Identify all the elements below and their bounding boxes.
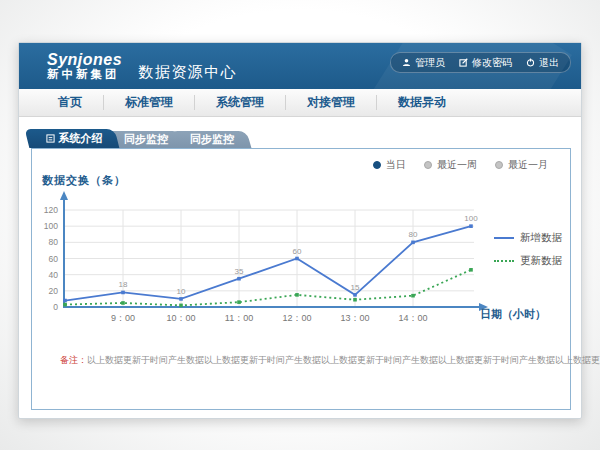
logout-label: 退出 (539, 56, 559, 70)
svg-text:9：00: 9：00 (111, 313, 135, 323)
filter-label: 最近一周 (437, 158, 477, 172)
tab-system-intro[interactable]: 系统介绍 (31, 129, 117, 148)
svg-text:60: 60 (49, 254, 59, 264)
app-header: Synjones 新中新集团 数据资源中心 管理员 修改密码 退出 (19, 43, 581, 89)
legend-label: 更新数据 (520, 254, 562, 268)
document-icon (46, 134, 55, 143)
svg-text:100: 100 (464, 214, 478, 223)
svg-text:0: 0 (53, 302, 58, 312)
svg-text:14：00: 14：00 (398, 313, 427, 323)
footer-note-label: 备注： (60, 355, 87, 365)
tab-sync-monitor-2[interactable]: 同步监控 (175, 131, 249, 148)
content-panel: 当日 最近一周 最近一月 数据交换（条） 0204060801001209：00… (31, 148, 571, 410)
current-user-button[interactable]: 管理员 (402, 56, 445, 70)
radio-icon (495, 161, 503, 169)
y-axis-title: 数据交换（条） (42, 173, 126, 188)
chart-legend: 新增数据 更新数据 (494, 231, 562, 277)
svg-text:20: 20 (49, 286, 59, 296)
nav-item-home[interactable]: 首页 (37, 95, 104, 110)
line-chart: 0204060801001209：0010：0011：0012：0013：001… (32, 189, 502, 339)
main-nav: 首页 标准管理 系统管理 对接管理 数据异动 (19, 89, 581, 117)
svg-text:11：00: 11：00 (225, 313, 253, 323)
tab-label: 同步监控 (124, 132, 168, 147)
legend-item-update-data[interactable]: 更新数据 (494, 254, 562, 268)
change-password-label: 修改密码 (472, 56, 512, 70)
svg-text:120: 120 (44, 205, 58, 215)
brand-logo[interactable]: Synjones 新中新集团 (47, 52, 122, 81)
legend-line-dotted-icon (494, 260, 514, 262)
brand-logo-cn: 新中新集团 (47, 68, 122, 80)
nav-item-standard-mgmt[interactable]: 标准管理 (104, 95, 195, 110)
svg-text:35: 35 (235, 267, 244, 276)
legend-line-solid-icon (494, 237, 514, 239)
x-axis-title: 日期（小时） (480, 307, 546, 322)
svg-text:10：00: 10：00 (166, 313, 195, 323)
current-user-label: 管理员 (415, 56, 445, 70)
footer-note-text: 以上数据更新于时间产生数据以上数据更新于时间产生数据以上数据更新于时间产生数据以… (87, 355, 600, 365)
filter-label: 当日 (386, 158, 406, 172)
tab-label: 同步监控 (190, 132, 234, 147)
radio-icon (373, 161, 381, 169)
footer-note: 备注：以上数据更新于时间产生数据以上数据更新于时间产生数据以上数据更新于时间产生… (60, 354, 600, 367)
nav-item-data-change[interactable]: 数据异动 (377, 95, 467, 110)
tab-label: 系统介绍 (59, 131, 103, 146)
svg-text:12：00: 12：00 (282, 313, 311, 323)
edit-icon (459, 58, 468, 67)
svg-text:60: 60 (293, 247, 302, 256)
tab-sync-monitor-1[interactable]: 同步监控 (109, 131, 183, 148)
app-window: Synjones 新中新集团 数据资源中心 管理员 修改密码 退出 (18, 42, 582, 419)
power-icon (526, 58, 535, 67)
svg-text:80: 80 (409, 230, 418, 239)
user-menu: 管理员 修改密码 退出 (390, 52, 571, 73)
radio-icon (424, 161, 432, 169)
range-filter-group: 当日 最近一周 最近一月 (373, 158, 548, 172)
nav-item-integration-mgmt[interactable]: 对接管理 (286, 95, 377, 110)
filter-last-week[interactable]: 最近一周 (424, 158, 477, 172)
legend-item-new-data[interactable]: 新增数据 (494, 231, 562, 245)
filter-today[interactable]: 当日 (373, 158, 406, 172)
brand-logo-wordmark: Synjones (47, 52, 122, 69)
logout-button[interactable]: 退出 (526, 56, 559, 70)
filter-label: 最近一月 (508, 158, 548, 172)
svg-text:10: 10 (177, 287, 186, 296)
legend-label: 新增数据 (520, 231, 562, 245)
svg-text:13：00: 13：00 (340, 313, 369, 323)
svg-text:80: 80 (49, 237, 59, 247)
svg-text:18: 18 (119, 280, 128, 289)
svg-text:100: 100 (44, 221, 58, 231)
user-icon (402, 58, 411, 67)
svg-text:40: 40 (49, 270, 59, 280)
tab-bar: 系统介绍 同步监控 同步监控 (31, 129, 249, 148)
change-password-button[interactable]: 修改密码 (459, 56, 512, 70)
desktop-background: Synjones 新中新集团 数据资源中心 管理员 修改密码 退出 (0, 0, 600, 450)
svg-text:15: 15 (351, 283, 360, 292)
app-title: 数据资源中心 (138, 63, 237, 82)
filter-last-month[interactable]: 最近一月 (495, 158, 548, 172)
nav-item-system-mgmt[interactable]: 系统管理 (195, 95, 286, 110)
